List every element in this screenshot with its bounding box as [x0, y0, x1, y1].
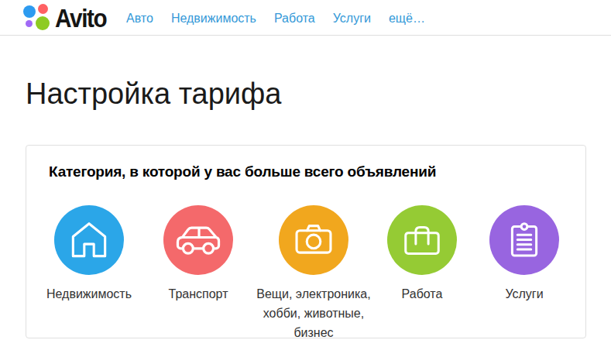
- clipboard-icon: [501, 217, 547, 263]
- category-label: Недвижимость: [31, 284, 147, 304]
- logo-text: Avito: [55, 4, 106, 33]
- logo-dot-red: [38, 4, 48, 14]
- category-item-jobs[interactable]: Работа: [364, 205, 480, 304]
- nav-item-services[interactable]: Услуги: [333, 11, 371, 26]
- goods-circle[interactable]: [279, 205, 348, 275]
- logo-dot-purple: [26, 20, 33, 27]
- site-header: Avito Авто Недвижимость Работа Услуги ещ…: [0, 0, 611, 36]
- car-icon: [171, 213, 225, 267]
- logo-dot-green: [36, 16, 50, 30]
- briefcase-icon: [399, 217, 445, 263]
- nav-item-realty[interactable]: Недвижимость: [171, 11, 256, 26]
- category-card: Категория, в которой у вас больше всего …: [26, 145, 586, 338]
- category-item-transport[interactable]: Транспорт: [140, 205, 256, 304]
- nav-item-auto[interactable]: Авто: [126, 11, 153, 26]
- logo-dot-blue: [23, 5, 36, 18]
- jobs-circle[interactable]: [387, 205, 457, 275]
- category-item-realty[interactable]: Недвижимость: [31, 205, 147, 304]
- category-item-goods[interactable]: Вещи, электроника, хобби, животные, бизн…: [245, 205, 382, 342]
- category-item-services[interactable]: Услуги: [466, 205, 582, 304]
- services-circle[interactable]: [489, 205, 559, 275]
- card-heading: Категория, в которой у вас больше всего …: [26, 146, 585, 180]
- main-nav: Авто Недвижимость Работа Услуги ещё…: [126, 11, 425, 26]
- avito-logo[interactable]: Avito: [23, 4, 112, 33]
- transport-circle[interactable]: [163, 205, 233, 275]
- category-label: Услуги: [466, 284, 582, 304]
- camera-icon: [290, 216, 338, 264]
- category-label: Работа: [364, 284, 480, 304]
- category-label: Вещи, электроника, хобби, животные, бизн…: [245, 284, 382, 342]
- category-label: Транспорт: [140, 284, 256, 304]
- house-icon: [65, 216, 113, 264]
- avito-logo-dots-icon: [23, 4, 51, 32]
- nav-item-more[interactable]: ещё…: [389, 11, 425, 26]
- realty-circle[interactable]: [54, 205, 124, 275]
- nav-item-jobs[interactable]: Работа: [274, 11, 315, 26]
- page-title: Настройка тарифа: [26, 76, 611, 112]
